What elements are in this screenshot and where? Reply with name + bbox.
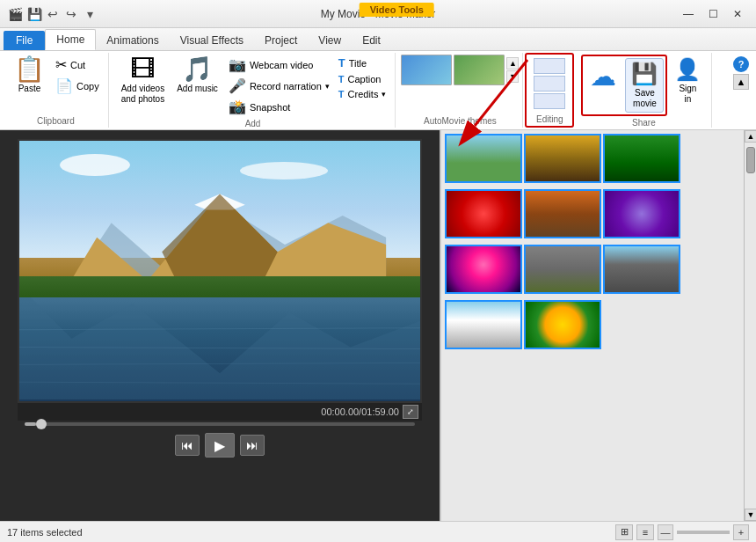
- copy-button[interactable]: 📄 Copy: [52, 76, 103, 96]
- status-text: 17 items selected: [7, 527, 83, 538]
- thumb-canyon[interactable]: [524, 189, 601, 238]
- play-button[interactable]: ▶: [205, 433, 235, 458]
- cloud-icon-button[interactable]: ☁: [585, 58, 622, 113]
- title-label: Title: [349, 58, 367, 69]
- add-videos-icon: 🎞: [130, 57, 155, 82]
- tab-edit[interactable]: Edit: [352, 31, 391, 50]
- zoom-slider[interactable]: [677, 531, 730, 534]
- theme-scroll-up[interactable]: ▲: [506, 57, 519, 70]
- cloud-icon: ☁: [590, 61, 616, 92]
- ribbon-tabs: File Home Animations Visual Effects Proj…: [0, 28, 756, 51]
- tab-visual-effects[interactable]: Visual Effects: [170, 31, 254, 50]
- add-label: Add: [116, 117, 390, 128]
- add-music-icon: 🎵: [182, 57, 213, 82]
- add-music-label: Add music: [177, 84, 218, 94]
- editing-control-2[interactable]: [534, 76, 565, 92]
- prev-frame-button[interactable]: ⏮: [175, 435, 200, 456]
- editing-control-1[interactable]: [534, 58, 565, 74]
- snapshot-icon: 📸: [229, 99, 246, 115]
- tab-home[interactable]: Home: [45, 29, 96, 50]
- save-movie-button[interactable]: 💾 Save movie: [625, 58, 664, 113]
- scroll-down-button[interactable]: ▼: [745, 509, 756, 521]
- share-content: ☁ 💾 Save movie 👤 Sign in: [581, 55, 706, 116]
- scroll-thumb[interactable]: [746, 147, 755, 173]
- cloud-1: [60, 154, 130, 176]
- save-icon[interactable]: 💾: [26, 6, 42, 22]
- seekbar[interactable]: [25, 422, 415, 426]
- thumb-forest[interactable]: [603, 134, 680, 183]
- minimize-button[interactable]: —: [677, 5, 700, 23]
- copy-label: Copy: [76, 81, 99, 92]
- record-narration-dropdown[interactable]: ▾: [325, 82, 330, 91]
- next-frame-button[interactable]: ⏭: [240, 435, 265, 456]
- editing-control-3[interactable]: [534, 93, 565, 109]
- undo-icon[interactable]: ↩: [45, 6, 61, 22]
- maximize-button[interactable]: ☐: [701, 5, 724, 23]
- thumb-jellyfish[interactable]: [445, 245, 522, 294]
- window-controls: — ☐ ✕: [677, 5, 749, 23]
- automovie-content: ▲ ▼: [401, 55, 519, 114]
- collapse-ribbon-button[interactable]: ▲: [733, 74, 749, 90]
- help-button[interactable]: ?: [733, 56, 749, 72]
- theme-thumb-2[interactable]: [454, 55, 505, 85]
- thumb-castle[interactable]: [603, 245, 680, 294]
- seekbar-container: [18, 421, 422, 428]
- webcam-button[interactable]: 📷 Webcam video: [225, 55, 333, 75]
- tab-file[interactable]: File: [4, 31, 45, 50]
- webcam-label: Webcam video: [250, 60, 314, 70]
- tab-animations[interactable]: Animations: [96, 31, 169, 50]
- close-button[interactable]: ✕: [726, 5, 749, 23]
- thumb-desert[interactable]: [524, 134, 601, 183]
- video-tools-tab[interactable]: Video Tools: [360, 3, 434, 17]
- expand-button[interactable]: ⤢: [403, 405, 418, 419]
- credits-button[interactable]: T Credits ▾: [335, 87, 390, 101]
- thumbnail-grid: [440, 130, 756, 521]
- credits-dropdown[interactable]: ▾: [382, 90, 386, 99]
- title-button[interactable]: T Title: [335, 55, 390, 71]
- timer-row: 00:00.00/01:59.00 ⤢: [18, 403, 422, 421]
- thumb-red[interactable]: [445, 189, 522, 238]
- caption-label: Caption: [348, 74, 382, 84]
- zoom-out-button[interactable]: —: [658, 524, 673, 540]
- redo-icon[interactable]: ↪: [63, 6, 79, 22]
- scroll-up-button[interactable]: ▲: [745, 130, 756, 143]
- thumb-penguins[interactable]: [445, 300, 522, 349]
- record-narration-button[interactable]: 🎤 Record narration ▾: [225, 76, 333, 96]
- thumb-row-2: [445, 189, 752, 238]
- add-content: 🎞 Add videos and photos 🎵 Add music 📷 We…: [116, 55, 390, 117]
- record-narration-label: Record narration: [250, 81, 322, 92]
- sign-in-button[interactable]: 👤 Sign in: [669, 55, 706, 107]
- dropdown-icon[interactable]: ▾: [82, 6, 98, 22]
- thumb-row-1: [445, 134, 752, 183]
- tab-view[interactable]: View: [308, 31, 352, 50]
- thumb-koala[interactable]: [524, 245, 601, 294]
- zoom-in-button[interactable]: +: [733, 524, 749, 540]
- webcam-icon: 📷: [229, 56, 246, 73]
- add-videos-label: Add videos and photos: [121, 84, 165, 105]
- thumb-row-4: [445, 300, 752, 349]
- caption-button[interactable]: T Caption: [335, 72, 390, 86]
- thumb-row-3: [445, 245, 752, 294]
- thumb-sunflower[interactable]: [524, 300, 601, 349]
- status-icon-2[interactable]: ≡: [636, 524, 654, 540]
- theme-scroll-down[interactable]: ▼: [506, 70, 519, 83]
- share-group: ☁ 💾 Save movie 👤 Sign in Share: [576, 53, 712, 128]
- editing-group: Editing: [525, 53, 574, 128]
- copy-icon: 📄: [55, 77, 73, 94]
- tab-project[interactable]: Project: [254, 31, 308, 50]
- thumbnails-panel: ▲ ▼: [440, 130, 756, 521]
- paste-button[interactable]: 📋 Paste: [9, 55, 50, 97]
- main-content: 00:00.00/01:59.00 ⤢ ⏮ ▶ ⏭: [0, 130, 756, 521]
- thumb-sky[interactable]: [445, 134, 522, 183]
- title-icon: T: [338, 56, 345, 70]
- theme-thumb-1[interactable]: [401, 55, 452, 85]
- theme-strip: ▲ ▼: [401, 55, 519, 85]
- cut-button[interactable]: ✂ Cut: [52, 55, 103, 75]
- caption-icon: T: [338, 74, 345, 84]
- snapshot-button[interactable]: 📸 Snapshot: [225, 97, 333, 117]
- thumb-purple[interactable]: [603, 189, 680, 238]
- add-videos-button[interactable]: 🎞 Add videos and photos: [116, 55, 171, 107]
- add-music-button[interactable]: 🎵 Add music: [171, 55, 223, 97]
- media-col: 📷 Webcam video 🎤 Record narration ▾ 📸 Sn…: [225, 55, 333, 117]
- status-icon-1[interactable]: ⊞: [615, 524, 633, 540]
